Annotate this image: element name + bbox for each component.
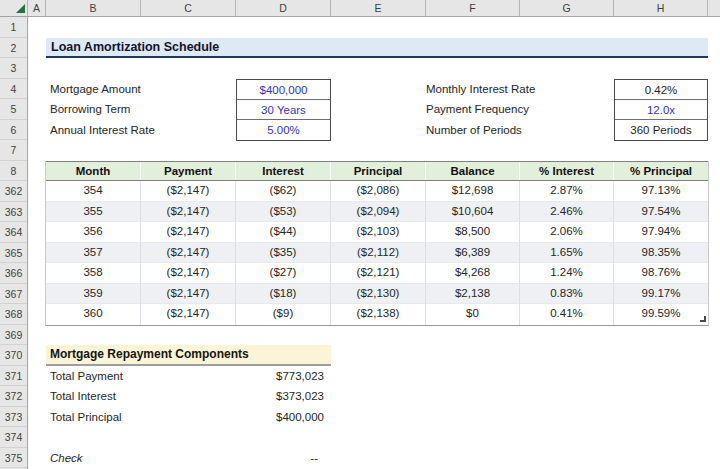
row-header[interactable]: 373 bbox=[0, 407, 27, 428]
table-cell[interactable]: 357 bbox=[46, 243, 141, 264]
table-cell[interactable]: $2,138 bbox=[426, 284, 520, 305]
table-cell[interactable]: 359 bbox=[46, 284, 141, 305]
input-label-payment-frequency[interactable]: Payment Frequency bbox=[426, 99, 606, 120]
row-header[interactable]: 2 bbox=[0, 38, 27, 59]
table-resize-handle[interactable] bbox=[700, 316, 706, 322]
input-value-mortgage-amount[interactable]: $400,000 bbox=[237, 80, 330, 100]
table-cell[interactable]: 2.06% bbox=[520, 222, 614, 243]
row-header[interactable]: 363 bbox=[0, 202, 27, 223]
table-cell[interactable]: ($18) bbox=[236, 284, 331, 305]
table-cell[interactable]: $10,604 bbox=[426, 202, 520, 223]
row-header[interactable]: 364 bbox=[0, 222, 27, 243]
row-header[interactable]: 365 bbox=[0, 243, 27, 264]
row-header[interactable]: 367 bbox=[0, 284, 27, 305]
row-header[interactable]: 375 bbox=[0, 448, 27, 469]
column-header-D[interactable]: D bbox=[236, 0, 331, 16]
row-header[interactable]: 374 bbox=[0, 427, 27, 448]
table-cell[interactable]: ($2,103) bbox=[331, 222, 426, 243]
table-cell[interactable]: ($2,147) bbox=[141, 222, 236, 243]
table-header-principal[interactable]: Principal bbox=[331, 162, 426, 181]
summary-value-total-interest[interactable]: $373,023 bbox=[236, 386, 324, 407]
input-label-mortgage-amount[interactable]: Mortgage Amount bbox=[50, 79, 230, 100]
table-cell[interactable]: ($2,147) bbox=[141, 181, 236, 202]
table-cell[interactable]: 1.65% bbox=[520, 243, 614, 264]
input-value-monthly-interest-rate[interactable]: 0.42% bbox=[615, 80, 707, 100]
summary-label-total-principal[interactable]: Total Principal bbox=[50, 407, 230, 428]
table-cell[interactable]: 355 bbox=[46, 202, 141, 223]
table-header-payment[interactable]: Payment bbox=[141, 162, 236, 181]
row-header[interactable]: 6 bbox=[0, 120, 27, 141]
row-header[interactable]: 8 bbox=[0, 161, 27, 182]
input-value-annual-interest-rate[interactable]: 5.00% bbox=[237, 120, 330, 140]
check-label-cell[interactable]: Check bbox=[50, 448, 230, 469]
table-cell[interactable]: ($44) bbox=[236, 222, 331, 243]
sheet-title-cell[interactable]: Loan Amortization Schedule bbox=[46, 38, 708, 59]
table-cell[interactable]: 354 bbox=[46, 181, 141, 202]
column-header-H[interactable]: H bbox=[614, 0, 708, 16]
table-cell[interactable]: $12,698 bbox=[426, 181, 520, 202]
column-header-E[interactable]: E bbox=[331, 0, 426, 16]
input-value-number-of-periods[interactable]: 360 Periods bbox=[615, 120, 707, 140]
row-header[interactable]: 1 bbox=[0, 17, 27, 38]
input-label-annual-interest-rate[interactable]: Annual Interest Rate bbox=[50, 120, 230, 141]
table-cell[interactable]: ($62) bbox=[236, 181, 331, 202]
table-cell[interactable]: 2.87% bbox=[520, 181, 614, 202]
select-all-corner[interactable] bbox=[0, 0, 28, 16]
row-header[interactable]: 366 bbox=[0, 263, 27, 284]
table-cell[interactable]: ($2,094) bbox=[331, 202, 426, 223]
table-cell[interactable]: 97.94% bbox=[614, 222, 708, 243]
table-cell[interactable]: 0.83% bbox=[520, 284, 614, 305]
column-header-A[interactable]: A bbox=[28, 0, 46, 16]
summary-label-total-interest[interactable]: Total Interest bbox=[50, 386, 230, 407]
row-header[interactable]: 4 bbox=[0, 79, 27, 100]
row-header[interactable]: 5 bbox=[0, 99, 27, 120]
row-header[interactable]: 369 bbox=[0, 325, 27, 346]
table-cell[interactable]: ($27) bbox=[236, 263, 331, 284]
input-value-payment-frequency[interactable]: 12.0x bbox=[615, 100, 707, 120]
table-cell[interactable]: 356 bbox=[46, 222, 141, 243]
row-header[interactable]: 7 bbox=[0, 140, 27, 161]
table-cell[interactable]: ($2,086) bbox=[331, 181, 426, 202]
row-header[interactable]: 368 bbox=[0, 304, 27, 325]
table-cell[interactable]: 360 bbox=[46, 304, 141, 325]
table-cell[interactable]: ($2,147) bbox=[141, 304, 236, 325]
table-header-interest[interactable]: Interest bbox=[236, 162, 331, 181]
row-header[interactable]: 3 bbox=[0, 58, 27, 79]
row-header[interactable]: 372 bbox=[0, 386, 27, 407]
summary-title-cell[interactable]: Mortgage Repayment Components bbox=[46, 345, 331, 366]
table-cell[interactable]: ($2,138) bbox=[331, 304, 426, 325]
table-header-pct-interest[interactable]: % Interest bbox=[520, 162, 614, 181]
table-cell[interactable]: $0 bbox=[426, 304, 520, 325]
table-cell[interactable]: 358 bbox=[46, 263, 141, 284]
table-cell[interactable]: 98.35% bbox=[614, 243, 708, 264]
column-header-F[interactable]: F bbox=[426, 0, 520, 16]
table-cell[interactable]: 98.76% bbox=[614, 263, 708, 284]
table-cell[interactable]: 99.17% bbox=[614, 284, 708, 305]
table-cell[interactable]: 0.41% bbox=[520, 304, 614, 325]
row-header[interactable]: 362 bbox=[0, 181, 27, 202]
table-header-pct-principal[interactable]: % Principal bbox=[614, 162, 708, 181]
column-header-G[interactable]: G bbox=[520, 0, 614, 16]
table-cell[interactable]: ($2,147) bbox=[141, 263, 236, 284]
table-cell[interactable]: ($35) bbox=[236, 243, 331, 264]
table-cell[interactable]: ($2,121) bbox=[331, 263, 426, 284]
input-label-number-of-periods[interactable]: Number of Periods bbox=[426, 120, 606, 141]
table-cell[interactable]: $4,268 bbox=[426, 263, 520, 284]
table-cell[interactable]: ($2,130) bbox=[331, 284, 426, 305]
table-cell[interactable]: ($2,147) bbox=[141, 243, 236, 264]
column-header-C[interactable]: C bbox=[141, 0, 236, 16]
table-cell[interactable]: ($2,147) bbox=[141, 202, 236, 223]
input-value-borrowing-term[interactable]: 30 Years bbox=[237, 100, 330, 120]
table-cell[interactable]: 97.13% bbox=[614, 181, 708, 202]
column-header-B[interactable]: B bbox=[46, 0, 141, 16]
table-header-month[interactable]: Month bbox=[46, 162, 141, 181]
input-label-monthly-interest-rate[interactable]: Monthly Interest Rate bbox=[426, 79, 606, 100]
table-cell[interactable]: $6,389 bbox=[426, 243, 520, 264]
row-header[interactable]: 370 bbox=[0, 345, 27, 366]
table-cell[interactable]: 99.59% bbox=[614, 304, 708, 325]
table-cell[interactable]: 97.54% bbox=[614, 202, 708, 223]
table-cell[interactable]: 2.46% bbox=[520, 202, 614, 223]
summary-value-total-principal[interactable]: $400,000 bbox=[236, 407, 324, 428]
table-cell[interactable]: ($9) bbox=[236, 304, 331, 325]
table-cell[interactable]: ($2,112) bbox=[331, 243, 426, 264]
